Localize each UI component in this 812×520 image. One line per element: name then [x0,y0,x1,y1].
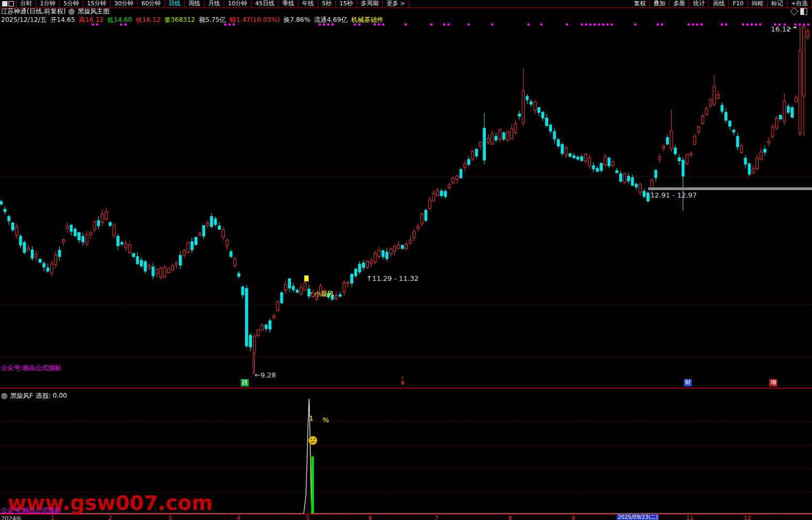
toolbar-item-3[interactable]: 统计 [689,0,709,7]
signal-dot [794,23,797,26]
candle-body [358,264,361,272]
signal-dot [581,23,583,26]
diamond-icon[interactable] [790,7,799,16]
period-menu-item-11[interactable]: 季线 [279,0,298,7]
period-menu-item-0[interactable]: 分时 [17,0,36,7]
candle-body [666,138,669,144]
candle-body [390,249,392,254]
toolbar-item-1[interactable]: 叠加 [650,0,669,7]
sub-indicator-dropdown-icon[interactable]: ˇ [1,393,7,399]
axis-month-11: 11 [686,515,693,520]
candle-body [553,131,556,139]
spike-value-label: 1 [309,414,313,422]
candle-body [238,273,240,277]
trading-app-window: 分时1分钟5分钟15分钟30分钟60分钟日线周线月线10分钟45日线季线年线5秒… [0,0,812,520]
candle-body [187,243,190,253]
period-menu-item-4[interactable]: 30分钟 [111,0,138,7]
signal-dot [657,23,659,26]
period-menu-item-1[interactable]: 1分钟 [36,0,60,7]
signal-dot [700,23,703,26]
axis-date-highlight[interactable]: 2025/09/23(二) [617,514,659,520]
gap-level-bar [648,187,812,190]
candle-body [0,201,2,204]
candle-body [460,170,462,178]
candle-body [670,131,673,148]
period-menu-item-6[interactable]: 日线 [165,0,185,7]
candle-body [783,101,786,122]
period-menu-item-2[interactable]: 5分钟 [60,0,83,7]
candle-body [748,164,751,175]
toolbar-item-6[interactable]: 间框 [748,0,768,7]
candle-body [585,154,587,161]
split-pane-icon[interactable] [800,8,807,15]
axis-year-label: 2024年 [1,515,22,520]
candle-body [713,86,716,104]
candle-body [93,222,96,230]
axis-month-2: 2 [108,515,112,520]
candle-body [655,170,657,178]
toolbar-item-8[interactable]: +自选 [787,0,812,7]
candle-body [577,157,579,159]
candle-body [366,261,369,267]
candle-body [144,262,147,271]
candle-body [756,158,759,169]
signal-dot [491,23,493,26]
info-field-1: 开14.65 [50,15,75,23]
info-field-3: 低14.60 [107,15,132,23]
period-menu-item-14[interactable]: 15秒 [336,0,357,7]
toolbar-item-4[interactable]: 画线 [709,0,729,7]
period-menu-item-12[interactable]: 年线 [298,0,318,7]
toolbar-item-2[interactable]: 多股 [669,0,689,7]
signal-dot [661,23,663,26]
candle-body [557,140,560,146]
candle-body [693,136,696,145]
candle-body [522,91,525,123]
period-menu-item-8[interactable]: 月线 [204,0,224,7]
candle-body [502,133,505,139]
candle-body [285,285,287,290]
period-menu-item-9[interactable]: 10分钟 [224,0,251,7]
candle-body [214,219,217,225]
period-menu-item-15[interactable]: 多周期 [357,0,383,7]
period-menu-item-16[interactable]: 更多 > [383,0,409,7]
toolbar-item-7[interactable]: 标记 [768,0,787,7]
candle-body [487,139,490,143]
candle-body [51,264,53,273]
toolbar-menu-items: 复权叠加多股统计画线F10间框标记+自选 [630,0,812,7]
candle-body [436,190,439,195]
window-icon[interactable] [0,0,17,7]
candle-body [468,160,470,165]
candle-body [335,295,338,298]
indicator-dropdown-icon[interactable]: ˇ [68,9,75,15]
candle-body [183,250,186,255]
candle-body [549,125,552,131]
period-menu-item-7[interactable]: 周线 [185,0,204,7]
badge-cai: 财 [684,379,692,387]
axis-month-6: 6 [368,515,372,520]
candle-body [588,158,591,167]
candle-body [546,118,548,126]
candle-body [171,265,174,270]
candle-body [612,162,614,166]
candle-body [787,106,790,112]
candle-body [752,169,755,173]
candle-body [163,267,166,277]
candle-body [413,232,416,238]
candle-body [199,233,201,235]
stock-title: 江苏神通(日线,前复权) [1,7,66,16]
period-menu-item-3[interactable]: 15分钟 [83,0,111,7]
period-menu-item-5[interactable]: 60分钟 [138,0,165,7]
candle-body [795,97,798,102]
candle-body [401,246,404,249]
info-field-8: 换7.86% [283,15,310,23]
period-menu-item-13[interactable]: 5秒 [318,0,336,7]
candle-body [417,226,420,228]
signal-dot [120,23,122,26]
axis-month-9: 9 [571,515,575,520]
candle-body [491,134,494,144]
axis-month-5: 5 [306,515,310,520]
toolbar-item-0[interactable]: 复权 [630,0,650,7]
candle-body [541,112,544,118]
period-menu-item-10[interactable]: 45日线 [251,0,279,7]
toolbar-item-5[interactable]: F10 [729,0,747,7]
